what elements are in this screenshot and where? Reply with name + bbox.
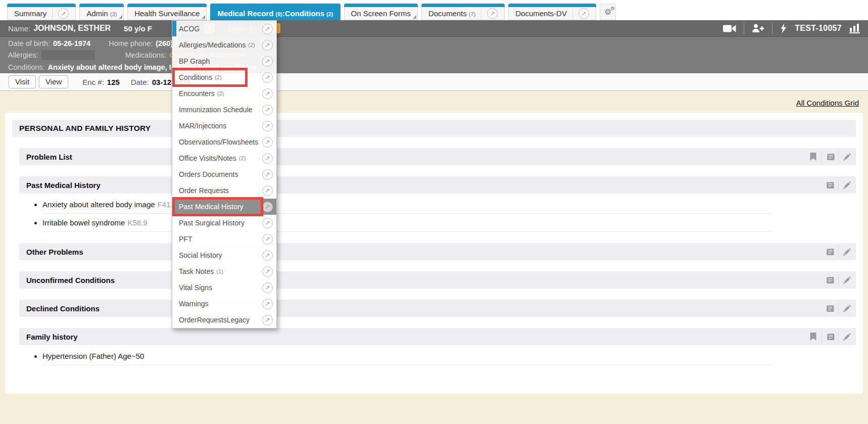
menu-item-pft[interactable]: PFT↗	[172, 231, 276, 247]
menu-item-encounters[interactable]: Encounters(2)↗	[172, 85, 276, 102]
tab-on-screen-forms[interactable]: On Screen Forms	[344, 4, 418, 20]
tab-health-surveillance[interactable]: Health Surveillance	[127, 4, 207, 20]
section-actions	[805, 151, 855, 162]
section-actions	[822, 246, 855, 257]
popout-arrow-icon[interactable]: ↗	[262, 88, 273, 99]
menu-item-order-requests[interactable]: Order Requests↗	[172, 182, 276, 199]
book-icon[interactable]	[822, 303, 838, 314]
popout-arrow-icon[interactable]: ↗	[262, 250, 273, 261]
medications-label: Medications:	[125, 51, 166, 59]
popout-arrow-icon[interactable]: ↗	[262, 153, 273, 164]
menu-item-label: MAR/Injections	[179, 122, 226, 130]
encounter-toolbar: Visit View Enc #: 125 Date: 03-12-2025	[0, 73, 868, 91]
patient-banner-name-row: Name: JOHNSON, ESTHER 50 y/o F Tasks 1 O…	[0, 20, 868, 37]
menu-item-conditions[interactable]: Conditions(2)↗	[172, 69, 276, 85]
visit-button[interactable]: Visit	[9, 75, 36, 88]
pencil-icon[interactable]	[838, 151, 855, 162]
bar-chart-icon[interactable]	[849, 23, 860, 33]
tab-medical-record[interactable]: Medical Record(9):Conditions(2)	[210, 4, 340, 20]
menu-item-label: Encounters	[179, 89, 215, 98]
menu-item-social-history[interactable]: Social History↗	[172, 247, 276, 263]
popout-arrow-icon[interactable]: ↗	[262, 72, 273, 83]
book-icon[interactable]	[822, 274, 838, 286]
enc-value: 125	[107, 78, 120, 86]
menu-item-past-surgical-history[interactable]: Past Surgical History↗	[172, 215, 276, 231]
book-icon[interactable]	[822, 151, 838, 162]
menu-item-count: (2)	[248, 42, 255, 48]
section-bar-declined-conditions: Declined Conditions	[19, 300, 856, 317]
popout-arrow-icon[interactable]: ↗	[262, 185, 273, 196]
menu-item-immunization-schedule[interactable]: Immunization Schedule↗	[172, 102, 276, 118]
popout-arrow-icon[interactable]: ↗	[262, 282, 273, 293]
tab-popout: ↗	[52, 8, 69, 20]
pencil-icon[interactable]	[838, 179, 855, 191]
list-item: Anxiety about altered body imageF41.8	[42, 196, 773, 214]
lightning-bolt-icon[interactable]	[780, 23, 787, 33]
popout-arrow-icon[interactable]: ↗	[262, 202, 273, 212]
popout-arrow-icon[interactable]: ↗	[262, 266, 273, 277]
popout-arrow-icon[interactable]: ↗	[578, 8, 589, 19]
menu-item-bp-graph[interactable]: BP Graph↗	[172, 53, 276, 69]
tab-count: (3)	[110, 11, 117, 17]
popout-arrow-icon[interactable]: ↗	[262, 121, 273, 131]
menu-item-task-notes[interactable]: Task Notes(1)↗	[172, 263, 276, 279]
popout-arrow-icon[interactable]: ↗	[262, 24, 273, 34]
tab-admin[interactable]: Admin(3)	[79, 4, 124, 20]
enc-label: Enc #:	[82, 78, 104, 86]
menu-item-orderrequestslegacy[interactable]: OrderRequestsLegacy↗	[172, 312, 276, 328]
menu-item-past-medical-history[interactable]: Past Medical History↗	[172, 199, 276, 215]
pencil-icon[interactable]	[838, 274, 855, 286]
popout-arrow-icon[interactable]: ↗	[487, 8, 498, 19]
book-icon[interactable]	[822, 331, 838, 342]
section-title: Problem List	[26, 153, 72, 161]
menu-item-office-visits-notes[interactable]: Office Visits/Notes(2)↗	[172, 150, 276, 166]
tab-documents[interactable]: Documents(7)↗	[421, 4, 505, 20]
menu-item-label: Observations/Flowsheets	[179, 138, 258, 146]
section-title: Unconfirmed Conditions	[26, 276, 115, 285]
all-conditions-grid-link[interactable]: All Conditions Grid	[796, 99, 859, 107]
bookmark-icon[interactable]	[805, 331, 822, 342]
book-icon[interactable]	[822, 246, 838, 257]
popout-arrow-icon[interactable]: ↗	[262, 137, 273, 148]
tab-label: Summary	[14, 9, 46, 18]
popout-arrow-icon[interactable]: ↗	[262, 299, 273, 309]
tab-label: Medical Record	[217, 9, 273, 18]
menu-item-mar-injections[interactable]: MAR/Injections↗	[172, 118, 276, 134]
conditions-label: Conditions:	[8, 63, 45, 71]
book-icon[interactable]	[822, 179, 838, 191]
popout-arrow-icon[interactable]: ↗	[262, 105, 273, 115]
menu-item-orders-documents[interactable]: Orders Documents↗	[172, 166, 276, 182]
popout-arrow-icon[interactable]: ↗	[262, 40, 273, 51]
popout-arrow-icon[interactable]: ↗	[262, 218, 273, 228]
section-title: Past Medical History	[26, 181, 101, 190]
tab-label: Admin	[86, 9, 108, 18]
menu-item-allergies-medications[interactable]: Allergies/Medications(2)↗	[172, 37, 276, 53]
menu-item-count: (2)	[215, 74, 221, 80]
add-person-icon[interactable]	[752, 24, 764, 33]
video-camera-icon[interactable]	[723, 24, 736, 33]
popout-arrow-icon[interactable]: ↗	[262, 234, 273, 245]
patient-banner-details: Date of birth: 05-26-1974 Home phone: (2…	[0, 37, 868, 73]
home-phone-label: Home phone:	[109, 39, 153, 48]
menu-item-label: Immunization Schedule	[179, 106, 253, 114]
popout-arrow-icon[interactable]: ↗	[262, 56, 273, 67]
tab-documents-dv[interactable]: Documents-DV↗	[508, 4, 596, 20]
menu-item-observations-flowsheets[interactable]: Observations/Flowsheets↗	[172, 134, 276, 150]
pencil-icon[interactable]	[838, 246, 855, 257]
gears-icon: ⚙	[610, 6, 615, 11]
view-button[interactable]: View	[39, 75, 68, 88]
menu-item-vital-signs[interactable]: Vital Signs↗	[172, 279, 276, 296]
popout-arrow-icon[interactable]: ↗	[262, 169, 273, 180]
popout-arrow-icon[interactable]: ↗	[58, 8, 69, 19]
menu-item-warnings[interactable]: Warnings↗	[172, 296, 276, 312]
bookmark-icon[interactable]	[805, 151, 822, 162]
tab-summary[interactable]: Summary↗	[7, 4, 76, 20]
section-actions	[822, 274, 855, 286]
menu-item-acog[interactable]: ACOG↗	[172, 21, 276, 37]
pencil-icon[interactable]	[838, 303, 855, 314]
pencil-icon[interactable]	[838, 331, 855, 342]
popout-arrow-icon[interactable]: ↗	[262, 315, 273, 325]
banner-actions: TEST-10057	[723, 23, 860, 34]
section-bar-problem-list: Problem List	[19, 148, 856, 165]
settings-button[interactable]: ⚙⚙	[600, 4, 616, 20]
